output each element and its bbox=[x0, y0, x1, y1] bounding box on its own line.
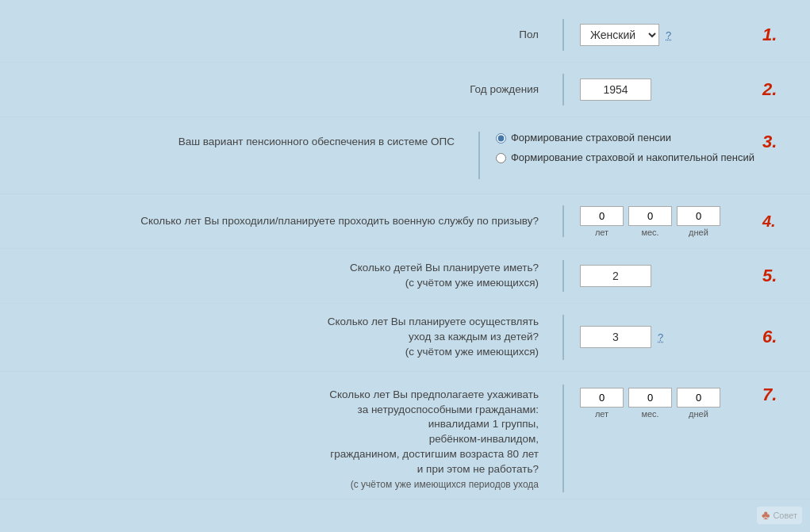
care-months: мес. bbox=[628, 388, 672, 419]
pension-control: Формирование страховой пенсии Формирован… bbox=[496, 132, 754, 165]
care-years-input[interactable] bbox=[580, 388, 624, 408]
pension-radio-insurance[interactable] bbox=[496, 133, 506, 144]
care-disabled-triple-row: лет мес. дней bbox=[580, 388, 720, 419]
row-number-1: 1. bbox=[762, 25, 794, 45]
watermark-badge: ♣ Совет bbox=[757, 507, 802, 524]
divider-6 bbox=[562, 315, 564, 360]
care-disabled-label: Сколько лет Вы предполагаете ухаживатьза… bbox=[16, 385, 562, 492]
divider-3 bbox=[478, 132, 480, 179]
military-row: Сколько лет Вы проходили/планируете прох… bbox=[0, 194, 810, 249]
childcare-help[interactable]: ? bbox=[658, 331, 663, 343]
childcare-label: Сколько лет Вы планируете осуществлятьух… bbox=[16, 315, 562, 360]
row-number-2: 2. bbox=[762, 79, 794, 100]
divider-2 bbox=[562, 74, 564, 105]
military-control: лет мес. дней bbox=[580, 206, 754, 237]
childcare-control: ? bbox=[580, 326, 754, 348]
pension-radio-group: Формирование страховой пенсии Формирован… bbox=[496, 132, 754, 165]
birth-year-input[interactable] bbox=[580, 78, 651, 101]
military-triple-row: лет мес. дней bbox=[580, 206, 720, 237]
military-days-input[interactable] bbox=[677, 206, 720, 226]
watermark-text: Совет bbox=[773, 511, 797, 520]
divider-5 bbox=[562, 260, 564, 292]
gender-select[interactable]: Женский Мужской bbox=[580, 24, 659, 46]
children-row: Сколько детей Вы планируете иметь?(с учё… bbox=[0, 249, 810, 304]
pension-option-insurance[interactable]: Формирование страховой пенсии bbox=[496, 132, 754, 145]
row-number-3: 3. bbox=[762, 132, 794, 152]
gender-control: Женский Мужской ? bbox=[580, 24, 754, 46]
care-disabled-control: лет мес. дней bbox=[580, 385, 754, 419]
care-days-input[interactable] bbox=[677, 388, 720, 408]
pension-label: Ваш вариант пенсионного обеспечения в си… bbox=[16, 132, 478, 150]
divider-1 bbox=[562, 19, 564, 51]
pension-radio-savings[interactable] bbox=[496, 153, 506, 163]
page-wrapper: Пол Женский Мужской ? 1. Год рождения 2.… bbox=[0, 0, 810, 532]
children-input[interactable] bbox=[580, 265, 651, 287]
care-disabled-row: Сколько лет Вы предполагаете ухаживатьза… bbox=[0, 372, 810, 499]
birth-year-label: Год рождения bbox=[16, 82, 562, 98]
care-years: лет bbox=[580, 388, 624, 419]
childcare-row: Сколько лет Вы планируете осуществлятьух… bbox=[0, 304, 810, 372]
military-months: мес. bbox=[628, 206, 672, 237]
gender-label: Пол bbox=[16, 28, 562, 43]
military-days: дней bbox=[677, 206, 720, 237]
military-months-input[interactable] bbox=[628, 206, 672, 226]
row-number-5: 5. bbox=[762, 266, 794, 286]
military-years-input[interactable] bbox=[580, 206, 624, 226]
row-number-4: 4. bbox=[762, 212, 794, 231]
gender-row: Пол Женский Мужской ? 1. bbox=[0, 8, 810, 63]
row-number-7: 7. bbox=[762, 385, 794, 405]
divider-7 bbox=[562, 385, 564, 492]
care-days: дней bbox=[677, 388, 720, 419]
club-icon: ♣ bbox=[762, 508, 770, 522]
care-months-input[interactable] bbox=[628, 388, 672, 408]
row-number-6: 6. bbox=[762, 327, 794, 347]
birth-year-control bbox=[580, 78, 754, 101]
pension-option-savings[interactable]: Формирование страховой и накопительной п… bbox=[496, 151, 754, 165]
pension-row: Ваш вариант пенсионного обеспечения в си… bbox=[0, 117, 810, 194]
divider-4 bbox=[562, 205, 564, 237]
gender-help[interactable]: ? bbox=[666, 29, 671, 41]
military-label: Сколько лет Вы проходили/планируете прох… bbox=[16, 214, 562, 229]
military-years: лет bbox=[580, 206, 624, 237]
children-label: Сколько детей Вы планируете иметь?(с учё… bbox=[16, 261, 562, 291]
childcare-input[interactable] bbox=[580, 326, 651, 348]
children-control bbox=[580, 265, 754, 287]
birth-year-row: Год рождения 2. bbox=[0, 63, 810, 117]
